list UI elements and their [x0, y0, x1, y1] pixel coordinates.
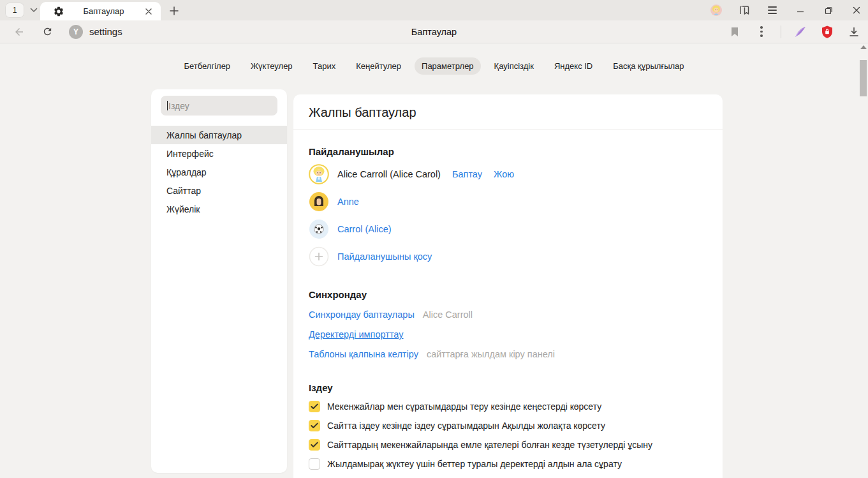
nav-tab-bookmarks[interactable]: Бетбелгілер — [177, 57, 237, 75]
checkbox[interactable] — [309, 420, 320, 431]
user-row-carrol: Carrol (Alice) — [309, 219, 707, 239]
user-row-anne: Anne — [309, 191, 707, 212]
settings-nav-tabs: Бетбелгілер Жүктеулер Тарих Кеңейтулер П… — [0, 57, 868, 75]
nav-tab-yandex-id[interactable]: Яндекс ID — [547, 57, 600, 75]
sync-settings-row: Синхрондау баптаулары Alice Carroll — [309, 310, 707, 320]
nav-tab-extensions[interactable]: Кеңейтулер — [349, 57, 408, 75]
close-window-icon[interactable] — [850, 4, 863, 17]
sidebar-item-general[interactable]: Жалпы баптаулар — [151, 126, 287, 144]
browser-tab-settings[interactable]: Баптаулар — [40, 2, 161, 20]
checkbox-row-suggestions: Мекенжайлар мен сұратымдарды теру кезінд… — [309, 401, 707, 412]
favicon-letter: Y — [73, 27, 78, 36]
user-name-link[interactable]: Carrol (Alice) — [337, 224, 392, 234]
user-configure-link[interactable]: Баптау — [452, 169, 482, 179]
menu-icon[interactable] — [766, 4, 779, 17]
sidebar-item-system[interactable]: Жүйелік — [151, 200, 287, 218]
tableau-note: сайттарға жылдам кіру панелі — [427, 349, 555, 359]
sidebar-item-label: Сайттар — [166, 186, 201, 196]
new-tab-button[interactable] — [166, 3, 182, 19]
settings-main-panel: Жалпы баптаулар Пайдаланушылар — [293, 94, 723, 478]
search-placeholder: Іздеу — [168, 101, 189, 111]
sidebar-item-tools[interactable]: Құралдар — [151, 163, 287, 181]
checkbox-row-prefetch: Жылдамырақ жүктеу үшін беттер туралы дер… — [309, 458, 707, 470]
chevron-down-icon[interactable] — [27, 3, 41, 18]
checkbox[interactable] — [309, 401, 320, 412]
nav-tab-history[interactable]: Тарих — [306, 57, 343, 75]
page-scrollbar[interactable] — [858, 44, 868, 478]
gear-icon — [53, 6, 64, 17]
user-delete-link[interactable]: Жою — [494, 169, 514, 179]
sync-settings-link[interactable]: Синхрондау баптаулары — [309, 310, 415, 320]
sidebar-list: Жалпы баптаулар Интерфейс Құралдар Сайтт… — [151, 126, 287, 218]
add-user-link[interactable]: Пайдаланушыны қосу — [337, 251, 432, 262]
checkbox-label: Сайттардың мекенжайларында емле қателері… — [327, 440, 652, 450]
checkbox-label: Сайтта іздеу кезінде іздеу сұратымдарын … — [327, 421, 605, 431]
restore-tableau-link[interactable]: Таблоны қалпына келтіру — [309, 349, 418, 359]
add-user-row: Пайдаланушыны қосу — [309, 246, 707, 267]
checkbox-row-typo-fix: Сайттардың мекенжайларында емле қателері… — [309, 439, 707, 451]
restore-tableau-row: Таблоны қалпына келтіру сайттарға жылдам… — [309, 349, 707, 359]
alice-avatar[interactable] — [309, 164, 329, 184]
checkbox[interactable] — [309, 439, 320, 451]
user-name: Alice Carroll (Alice Carol) — [337, 169, 441, 179]
checkbox-row-smartbox: Сайтта іздеу кезінде іздеу сұратымдарын … — [309, 420, 707, 431]
sidebar-item-label: Құралдар — [166, 167, 207, 177]
import-data-link[interactable]: Деректерді импорттау — [309, 329, 404, 340]
soccer-ball-avatar[interactable] — [309, 219, 329, 239]
sidebar-item-sites[interactable]: Сайттар — [151, 181, 287, 200]
nav-tab-downloads[interactable]: Жүктеулер — [244, 57, 300, 75]
tab-counter-button[interactable]: 1 — [5, 3, 24, 18]
settings-page: Бетбелгілер Жүктеулер Тарих Кеңейтулер П… — [0, 44, 868, 478]
protect-shield-icon[interactable] — [820, 24, 835, 40]
sidebar-item-label: Интерфейс — [166, 149, 214, 159]
toolbar-divider — [781, 26, 781, 38]
users-section-title: Пайдаланушылар — [309, 146, 707, 157]
address-bar: Y settings Баптаулар — [0, 20, 868, 43]
minimize-window-icon[interactable] — [794, 4, 807, 17]
scroll-up-arrow-icon[interactable] — [860, 45, 867, 49]
sidebar-item-interface[interactable]: Интерфейс — [151, 144, 287, 163]
bookmarks-panel-icon[interactable] — [738, 4, 751, 17]
nav-tab-security[interactable]: Қауіпсіздік — [487, 57, 541, 75]
import-data-row: Деректерді импорттау — [309, 329, 707, 340]
back-icon[interactable] — [11, 24, 27, 40]
download-icon[interactable] — [846, 24, 862, 40]
nav-tab-settings[interactable]: Параметрлер — [415, 57, 481, 75]
restore-window-icon[interactable] — [822, 4, 835, 17]
tab-bar: 1 Баптаулар — [0, 0, 868, 20]
checkbox-label: Жылдамырақ жүктеу үшін беттер туралы дер… — [327, 459, 622, 469]
divider — [293, 130, 723, 130]
profile-avatar[interactable] — [710, 4, 723, 17]
text-caret — [167, 101, 168, 110]
search-section-title: Іздеу — [309, 382, 707, 393]
sync-section-title: Синхрондау — [309, 289, 707, 300]
search-input[interactable]: Іздеу — [161, 96, 277, 116]
browser-window: 1 Баптаулар — [0, 0, 868, 478]
bookmark-flag-icon[interactable] — [727, 24, 742, 40]
add-user-plus-icon[interactable] — [309, 246, 329, 267]
sync-account-note: Alice Carroll — [423, 310, 473, 320]
settings-sidebar: Іздеу Жалпы баптаулар Интерфейс Құралдар… — [151, 89, 287, 473]
reload-icon[interactable] — [40, 24, 55, 40]
scrollbar-thumb[interactable] — [860, 60, 867, 96]
url-text[interactable]: settings — [89, 26, 122, 37]
anne-avatar[interactable] — [309, 191, 329, 212]
sidebar-item-label: Жүйелік — [166, 204, 200, 214]
page-title: Жалпы баптаулар — [293, 94, 723, 130]
site-favicon: Y — [69, 25, 83, 39]
close-tab-icon[interactable] — [143, 6, 154, 17]
tab-title: Баптаулар — [64, 6, 143, 16]
nav-tab-other-devices[interactable]: Басқа құрылғылар — [606, 57, 691, 75]
user-row-alice: Alice Carroll (Alice Carol) Баптау Жою — [309, 164, 707, 184]
more-options-icon[interactable] — [754, 24, 769, 40]
feather-extension-icon[interactable] — [793, 24, 808, 40]
checkbox[interactable] — [309, 458, 320, 470]
checkbox-label: Мекенжайлар мен сұратымдарды теру кезінд… — [327, 401, 601, 412]
sidebar-item-label: Жалпы баптаулар — [166, 130, 242, 140]
tab-counter-label: 1 — [13, 6, 17, 15]
user-name-link[interactable]: Anne — [337, 197, 359, 207]
